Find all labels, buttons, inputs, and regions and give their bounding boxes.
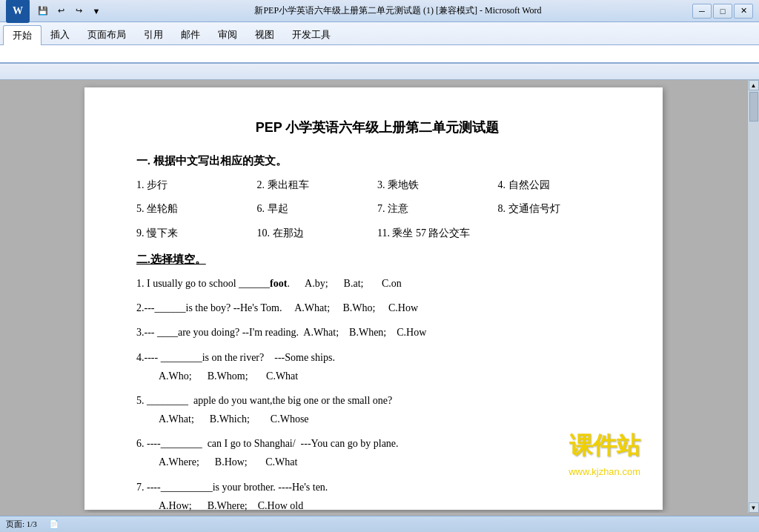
question-6: 6. ----________ can I go to Shanghai/ --… (136, 434, 618, 471)
scroll-up-btn[interactable]: ▲ (749, 80, 759, 90)
q4-options: A.Who; B.Whom; C.What (159, 367, 618, 385)
save-quick-btn[interactable]: 💾 (36, 4, 50, 18)
minimize-btn[interactable]: ─ (692, 4, 712, 19)
scroll-down-btn[interactable]: ▼ (749, 502, 759, 513)
watermark-text: 课件站 (569, 427, 640, 465)
main-area: PEP 小学英语六年级上册第二单元测试题 一. 根据中文写出相应的英文。 1. … (0, 80, 759, 513)
redo-quick-btn[interactable]: ↪ (71, 4, 86, 18)
ruler (0, 64, 759, 80)
tab-mail[interactable]: 邮件 (172, 25, 209, 44)
maximize-btn[interactable]: □ (713, 4, 732, 19)
watermark: 课件站 www.kjzhan.com (569, 427, 640, 480)
page-icon: 📄 (49, 519, 59, 529)
q6-options: A.Where; B.How; C.What (159, 453, 618, 471)
status-bar: 页面: 1/3 📄 (0, 516, 759, 532)
vocab-10: 10. 在那边 (257, 224, 378, 243)
vocab-8: 8. 交通信号灯 (498, 199, 619, 219)
tab-insert[interactable]: 插入 (42, 25, 79, 44)
tab-start[interactable]: 开始 (3, 25, 42, 45)
tab-view[interactable]: 视图 (246, 25, 283, 44)
q3-text: 3.--- ____are you doing? --I'm reading. … (136, 327, 426, 338)
vocab-11: 11. 乘坐 57 路公交车 (377, 224, 618, 243)
vocab-9: 9. 慢下来 (136, 224, 257, 243)
document-page: PEP 小学英语六年级上册第二单元测试题 一. 根据中文写出相应的英文。 1. … (84, 87, 663, 510)
question-1: 1. I usually go to school ______foot. A.… (136, 274, 618, 293)
scrollbar-right[interactable]: ▲ ▼ (747, 80, 759, 513)
ribbon-tabs: 开始 插入 页面布局 引用 邮件 审阅 视图 开发工具 (0, 22, 759, 44)
vocab-6: 6. 早起 (257, 199, 378, 219)
close-btn[interactable]: ✕ (734, 4, 753, 19)
vocab-2: 2. 乘出租车 (257, 176, 378, 195)
q4-line1: 4.---- ________is on the river? ---Some … (136, 348, 618, 367)
q7-line1: 7. ----__________is your brother. ----He… (136, 478, 618, 496)
q7-options: A.How; B.Where; C.How old (159, 496, 618, 513)
vocab-4: 4. 自然公园 (498, 176, 619, 195)
vocab-5: 5. 坐轮船 (136, 199, 257, 219)
tab-references[interactable]: 引用 (135, 25, 172, 44)
q5-line1: 5. ________ apple do you want,the big on… (136, 391, 618, 410)
document-title: PEP 小学英语六年级上册第二单元测试题 (136, 117, 618, 139)
vocab-1: 1. 步行 (136, 176, 257, 195)
section2-heading: 二.选择填空。 (136, 250, 618, 268)
watermark-url: www.kjzhan.com (569, 465, 640, 480)
tab-dev[interactable]: 开发工具 (283, 25, 339, 44)
question-7: 7. ----__________is your brother. ----He… (136, 478, 618, 513)
section1-heading: 一. 根据中文写出相应的英文。 (136, 152, 618, 170)
ribbon: 开始 插入 页面布局 引用 邮件 审阅 视图 开发工具 (0, 22, 759, 64)
page-indicator: 页面: 1/3 (6, 519, 37, 530)
scroll-thumb[interactable] (749, 92, 758, 122)
question-5: 5. ________ apple do you want,the big on… (136, 391, 618, 428)
undo-quick-btn[interactable]: ↩ (53, 4, 68, 18)
customize-btn[interactable]: ▼ (89, 4, 104, 18)
q1-text: 1. I usually go to school ______foot. A.… (136, 278, 402, 289)
tab-layout[interactable]: 页面布局 (79, 25, 135, 44)
q6-line1: 6. ----________ can I go to Shanghai/ --… (136, 434, 618, 453)
q5-options: A.What; B.Which; C.Whose (159, 410, 618, 428)
title-bar: W 💾 ↩ ↪ ▼ 新PEP小学英语六年级上册第二单元测试题 (1) [兼容模式… (0, 0, 759, 22)
question-3: 3.--- ____are you doing? --I'm reading. … (136, 323, 618, 342)
vocab-3: 3. 乘地铁 (377, 176, 498, 195)
question-4: 4.---- ________is on the river? ---Some … (136, 348, 618, 385)
doc-area: PEP 小学英语六年级上册第二单元测试题 一. 根据中文写出相应的英文。 1. … (0, 80, 747, 513)
ruler-marks (59, 64, 759, 79)
title-bar-left: W 💾 ↩ ↪ ▼ (6, 0, 104, 23)
tab-review[interactable]: 审阅 (209, 25, 246, 44)
ribbon-content (0, 44, 759, 62)
title-bar-title: 新PEP小学英语六年级上册第二单元测试题 (1) [兼容模式] - Micros… (104, 4, 692, 17)
vocab-grid: 1. 步行 2. 乘出租车 3. 乘地铁 4. 自然公园 5. 坐轮船 6. 早… (136, 176, 618, 243)
word-icon: W (6, 0, 30, 23)
question-2: 2.---______is the boy? --He's Tom. A.Wha… (136, 299, 618, 317)
title-bar-controls: ─ □ ✕ (692, 4, 753, 19)
vocab-7: 7. 注意 (377, 199, 498, 219)
q2-text: 2.---______is the boy? --He's Tom. A.Wha… (136, 302, 418, 313)
